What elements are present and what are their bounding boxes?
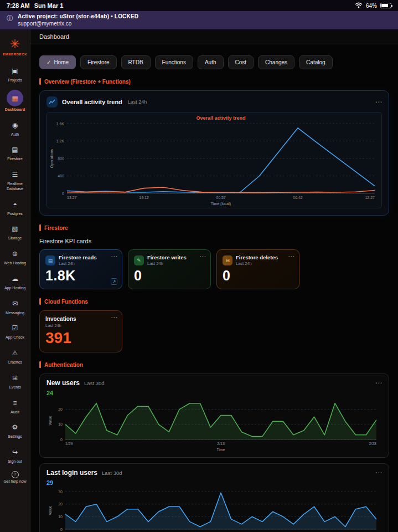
database-icon: ☰ <box>8 168 22 181</box>
card-menu-button[interactable]: ⋯ <box>199 253 206 260</box>
sidebar-item-events[interactable]: ⊞ Events <box>0 369 30 393</box>
svg-text:400: 400 <box>58 174 64 178</box>
sidebar-item-app-check[interactable]: ☑ App Check <box>0 319 30 344</box>
new-users-card: New users Last 30d ⋯ 24 010201/292/132/2… <box>39 374 389 458</box>
battery-percent: 64% <box>366 3 377 9</box>
sidebar-item-realtime-database[interactable]: ☰ Realtime Database <box>0 165 30 195</box>
svg-text:12:27: 12:27 <box>365 196 375 200</box>
card-menu-button[interactable]: ⋯ <box>375 469 382 476</box>
section-cloud-functions: Cloud Functions <box>39 298 389 305</box>
card-menu-button[interactable]: ⋯ <box>375 99 382 105</box>
tab-cost[interactable]: Cost <box>228 55 254 69</box>
tab-label: Functions <box>162 59 186 65</box>
svg-text:Time (local): Time (local) <box>211 202 231 206</box>
document-icon: ▤ <box>8 144 22 156</box>
bell-icon: ✉ <box>8 298 22 310</box>
section-title: Firestore <box>44 225 68 231</box>
svg-text:Value: Value <box>48 505 52 515</box>
sidebar-item-firestore[interactable]: ▤ Firestore <box>0 140 30 165</box>
sidebar-item-settings[interactable]: ⚙ Settings <box>0 418 30 443</box>
sidebar-item-label: Dashboard <box>5 108 25 112</box>
svg-text:Operations: Operations <box>50 149 54 168</box>
screen: 7:28 AM Sun Mar 1 64% ⓘ Active project: … <box>0 0 398 532</box>
tab-rtdb[interactable]: RTDB <box>121 55 151 69</box>
svg-text:06:42: 06:42 <box>293 196 303 200</box>
sidebar-item-messaging[interactable]: ✉ Messaging <box>0 294 30 319</box>
active-project-banner: ⓘ Active project: uStor (stor-e44ab) • L… <box>0 11 398 29</box>
section-overview: Overview (Firestore + Functions) <box>39 78 389 85</box>
dashboard-grid-icon: ▦ <box>7 90 23 106</box>
last-login-users-chart: 01020301/292/132/28TimeValue <box>46 487 382 532</box>
emberdeck-logo-icon: ✳ <box>1 38 29 50</box>
svg-text:Overall activity trend: Overall activity trend <box>196 115 245 121</box>
sidebar-item-get-help[interactable]: ? Get help now <box>0 468 30 488</box>
sidebar-item-label: Firestore <box>7 157 23 162</box>
sidebar-item-label: Audit <box>11 410 19 415</box>
kpi-subtitle: Last 24h <box>59 261 97 266</box>
svg-text:30: 30 <box>58 490 63 494</box>
sidebar-item-sign-out[interactable]: ↪ Sign out <box>0 443 30 468</box>
card-title: Overall activity trend <box>62 99 122 105</box>
sidebar-item-label: Sign out <box>8 459 22 464</box>
warning-icon: ⚠ <box>8 347 22 359</box>
sidebar-item-label: Postgres <box>7 212 23 217</box>
svg-text:0: 0 <box>62 192 64 196</box>
kpi-card-row: ▤ Firestore reads Last 24h 1.8K ⋯ ↗ ✎ <box>39 249 389 289</box>
kpi-value: 0 <box>134 268 205 284</box>
kpi-title: Firestore writes <box>147 254 187 260</box>
svg-text:19:12: 19:12 <box>139 196 149 200</box>
svg-text:Time: Time <box>216 448 225 452</box>
sidebar-item-crashes[interactable]: ⚠ Crashes <box>0 344 30 369</box>
tab-functions[interactable]: Functions <box>155 55 193 69</box>
calendar-icon: ⊞ <box>8 372 22 384</box>
sidebar-item-projects[interactable]: ▣ Projects <box>0 62 30 86</box>
sidebar-item-app-hosting[interactable]: ☁ App Hosting <box>0 269 30 294</box>
section-authentication: Authentication <box>39 361 389 368</box>
sidebar-item-postgres[interactable]: ◓ Postgres <box>0 195 30 220</box>
svg-text:0: 0 <box>60 438 63 442</box>
svg-text:10: 10 <box>58 422 63 426</box>
tab-auth[interactable]: Auth <box>198 55 224 69</box>
section-accent-bar <box>39 224 41 231</box>
gear-icon: ⚙ <box>8 421 22 433</box>
card-menu-button[interactable]: ⋯ <box>375 380 382 386</box>
sidebar-item-auth[interactable]: ◉ Auth <box>0 116 30 141</box>
sidebar-item-web-hosting[interactable]: ⊕ Web Hosting <box>0 244 30 269</box>
kpi-value: 1.8K <box>45 268 116 284</box>
sidebar-item-dashboard[interactable]: ▦ Dashboard <box>0 86 30 116</box>
svg-text:1.2K: 1.2K <box>56 139 65 143</box>
trash-icon: ⊟ <box>223 255 232 265</box>
card-menu-button[interactable]: ⋯ <box>111 314 117 321</box>
section-title: Authentication <box>44 362 83 368</box>
sidebar-item-storage[interactable]: ▧ Storage <box>0 219 30 244</box>
sidebar-item-label: Events <box>9 385 20 390</box>
card-menu-button[interactable]: ⋯ <box>111 253 117 260</box>
tab-label: Firestore <box>87 59 109 65</box>
app-logo: ✳ EMBERDECK <box>0 34 30 62</box>
section-accent-bar <box>39 298 41 305</box>
tab-firestore[interactable]: Firestore <box>80 55 116 69</box>
external-link-icon[interactable]: ↗ <box>111 278 117 285</box>
sidebar-item-label: Messaging <box>6 311 24 316</box>
kpi-subtitle: Last 24h <box>236 261 278 266</box>
clock-time: 7:28 AM <box>7 2 30 9</box>
new-users-chart: 010201/292/132/28TimeValue <box>46 397 382 453</box>
audit-list-icon: ≡ <box>8 397 22 409</box>
sidebar-item-audit[interactable]: ≡ Audit <box>0 393 30 418</box>
sidebar-item-label: App Hosting <box>4 286 25 291</box>
tab-home[interactable]: ✓ Home <box>39 55 76 69</box>
overall-activity-chart: 04008001.2K1.6K13:2719:1200:5706:4212:27… <box>48 114 380 207</box>
card-menu-button[interactable]: ⋯ <box>288 253 294 260</box>
app-name: EMBERDECK <box>1 53 29 56</box>
clock-date: Sun Mar 1 <box>34 2 64 9</box>
banner-account-line: support@mymetrix.co <box>18 21 138 27</box>
tab-changes[interactable]: Changes <box>258 55 294 69</box>
stat-value: 24 <box>46 390 382 396</box>
cloud-icon: ☁ <box>8 273 22 285</box>
tab-catalog[interactable]: Catalog <box>299 55 332 69</box>
card-subtitle: Last 30d <box>84 380 104 386</box>
sidebar-item-label: Web Hosting <box>4 261 26 266</box>
kpi-title: Firestore deletes <box>236 254 278 260</box>
tab-label: RTDB <box>128 59 143 65</box>
card-subtitle: Last 24h <box>128 99 147 105</box>
